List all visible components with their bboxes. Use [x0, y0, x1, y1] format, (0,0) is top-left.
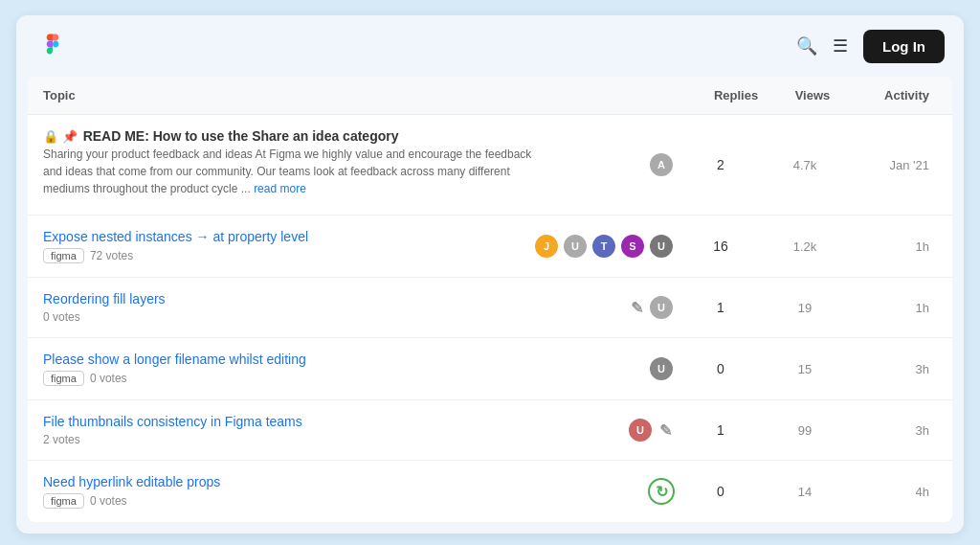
topic-title[interactable]: Expose nested instances → at property le… [43, 229, 308, 244]
table-row: Please show a longer filename whilst edi… [28, 338, 952, 400]
avatar: J [533, 233, 560, 260]
tags-row: 2 votes [43, 433, 543, 446]
table-row: Reordering fill layers0 votes✎U1191h [28, 278, 952, 338]
avatar: U [648, 294, 675, 321]
header-right: 🔍 ☰ Log In [796, 30, 945, 63]
col-activity-header: Activity [851, 88, 937, 102]
views-value: 19 [767, 301, 843, 315]
avatar: S [619, 233, 646, 260]
votes-count: 72 votes [90, 249, 133, 262]
views-value: 1.2k [767, 239, 843, 254]
read-more-link[interactable]: read more [254, 182, 306, 195]
main-content: Topic Replies Views Activity 🔒 📌READ ME:… [28, 77, 952, 522]
topic-info: Reordering fill layers0 votes [43, 291, 543, 324]
topic-title[interactable]: Please show a longer filename whilst edi… [43, 352, 306, 367]
views-value: 15 [767, 362, 843, 376]
avatar: U [648, 355, 675, 382]
activity-value: 1h [851, 301, 937, 315]
table-row: Need hyperlink editable propsfigma0 vote… [28, 461, 952, 522]
table-row: 🔒 📌READ ME: How to use the Share an idea… [28, 115, 952, 216]
topic-info: Expose nested instances → at property le… [43, 229, 543, 263]
avatar: U [627, 417, 654, 443]
header: 🔍 ☰ Log In [16, 15, 964, 77]
topic-tag[interactable]: figma [43, 371, 84, 386]
topic-tag[interactable]: figma [43, 493, 84, 509]
votes-count: 0 votes [90, 372, 127, 385]
col-topic-header: Topic [43, 88, 573, 102]
votes-count: 0 votes [43, 310, 80, 324]
figma-logo [35, 27, 70, 65]
activity-value: Jan '21 [851, 158, 937, 172]
replies-value: 2 [682, 157, 759, 172]
views-value: 14 [767, 485, 843, 499]
replies-value: 16 [682, 238, 759, 254]
tags-row: figma72 votes [43, 248, 543, 263]
avatar: U [562, 233, 589, 260]
table-body: 🔒 📌READ ME: How to use the Share an idea… [28, 115, 952, 522]
replies-value: 1 [682, 300, 759, 315]
views-value: 4.7k [767, 158, 843, 172]
views-value: 99 [767, 423, 843, 438]
page-wrapper: 🔍 ☰ Log In Topic Replies Views Activity … [16, 15, 964, 534]
avatars-column: ↻ [550, 478, 675, 505]
activity-value: 4h [851, 485, 937, 499]
tags-row: figma0 votes [43, 371, 543, 386]
avatar: T [590, 233, 617, 260]
replies-value: 0 [682, 484, 759, 499]
topic-title[interactable]: File thumbnails consistency in Figma tea… [43, 414, 302, 429]
avatar: ✎ [656, 417, 675, 443]
topic-info: Need hyperlink editable propsfigma0 vote… [43, 474, 543, 509]
replies-value: 1 [682, 422, 759, 438]
table-row: File thumbnails consistency in Figma tea… [28, 400, 952, 461]
topic-info: 🔒 📌READ ME: How to use the Share an idea… [43, 128, 543, 201]
votes-count: 0 votes [90, 494, 127, 508]
avatar: ↻ [648, 478, 675, 505]
activity-value: 3h [851, 362, 937, 376]
topic-info: Please show a longer filename whilst edi… [43, 352, 543, 386]
avatars-column: ✎U [550, 294, 675, 321]
topic-title[interactable]: Reordering fill layers [43, 291, 166, 307]
topic-summary: Sharing your product feedback and ideas … [43, 146, 543, 197]
avatar: A [648, 151, 675, 178]
topic-tag[interactable]: figma [43, 248, 84, 263]
activity-value: 1h [851, 239, 937, 254]
tags-row: 0 votes [43, 310, 543, 324]
topic-info: File thumbnails consistency in Figma tea… [43, 414, 543, 446]
table-header: Topic Replies Views Activity [28, 77, 952, 115]
avatars-column: JUTSU [550, 233, 675, 260]
avatars-column: U✎ [550, 417, 675, 443]
avatar: ✎ [627, 294, 646, 321]
replies-value: 0 [682, 361, 759, 376]
col-views-header: Views [774, 88, 851, 102]
tags-row: figma0 votes [43, 493, 543, 509]
topic-title[interactable]: Need hyperlink editable props [43, 474, 220, 489]
menu-icon[interactable]: ☰ [833, 37, 848, 55]
avatars-column: U [550, 355, 675, 382]
avatar: U [648, 233, 675, 260]
topic-title[interactable]: READ ME: How to use the Share an idea ca… [83, 128, 399, 144]
topic-icons: 🔒 📌 [43, 129, 78, 144]
activity-value: 3h [851, 423, 937, 438]
login-button[interactable]: Log In [863, 30, 945, 63]
col-replies-header: Replies [698, 88, 774, 102]
table-row: Expose nested instances → at property le… [28, 216, 952, 278]
avatars-column: A [550, 151, 675, 178]
votes-count: 2 votes [43, 433, 80, 446]
search-icon[interactable]: 🔍 [796, 37, 817, 55]
